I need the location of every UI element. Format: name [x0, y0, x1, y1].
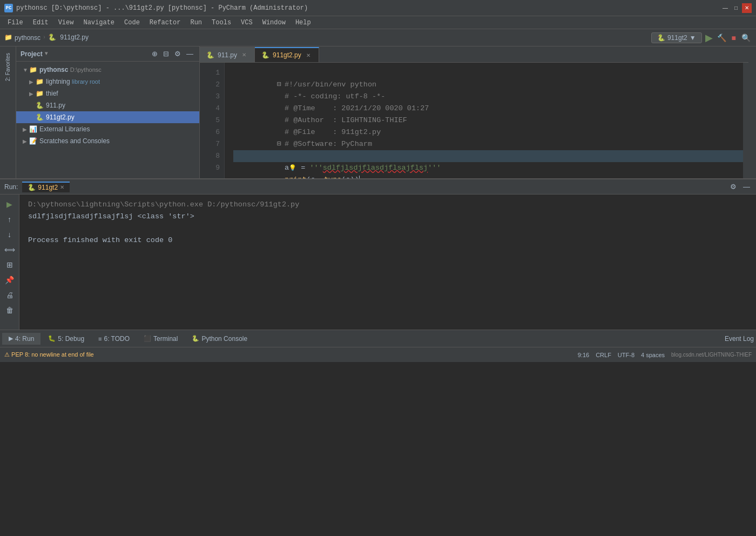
line-num-4: 4	[200, 103, 224, 115]
folder-icon-pythonsc: 📁	[29, 66, 37, 73]
run-config-button[interactable]: 🐍 911gt2 ▼	[651, 32, 702, 43]
folder-icon-small: 📁	[4, 34, 12, 42]
fold-marker-1[interactable]: ⊟	[277, 79, 285, 91]
menu-navigate[interactable]: Navigate	[79, 18, 119, 28]
tree-label-thief: thief	[46, 90, 58, 97]
tab-close-911gt2py[interactable]: ✕	[305, 51, 312, 59]
run-output-line-3	[28, 223, 747, 234]
py-icon-911: 🐍	[36, 102, 44, 109]
folder-icon-lightning: 📁	[36, 78, 44, 85]
tab-911gt2py[interactable]: 🐍 911gt2.py ✕	[255, 47, 319, 62]
menu-tools[interactable]: Tools	[207, 18, 235, 28]
stop-button[interactable]: ■	[731, 32, 737, 43]
code-line-8: a💡 = '''sdlfjlsdjflasdjflsajflsj'''	[233, 150, 743, 162]
line-num-5: 5	[200, 115, 224, 126]
menu-window[interactable]: Window	[258, 18, 290, 28]
settings-button[interactable]: ⚙	[173, 49, 183, 58]
tab-911py[interactable]: 🐍 911.py ✕	[200, 47, 255, 62]
menu-run[interactable]: Run	[186, 18, 206, 28]
run-tab-icon: 🐍	[28, 184, 36, 191]
tool-tab-terminal-label: Terminal	[153, 335, 178, 343]
run-hide-button[interactable]: —	[741, 182, 752, 191]
terminal-tab-icon: ⬛	[144, 335, 151, 342]
tree-911gt2py[interactable]: 🐍 911gt2.py	[16, 111, 199, 123]
menu-view[interactable]: View	[54, 18, 78, 28]
menu-edit[interactable]: Edit	[29, 18, 53, 28]
tab-close-911py[interactable]: ✕	[240, 51, 248, 59]
run-button[interactable]: ▶	[705, 32, 713, 44]
run-output-line-1: D:\pythonsc\lightning\Scripts\python.exe…	[28, 199, 747, 211]
fold-marker-6[interactable]: ⊟	[277, 138, 285, 150]
tree-scratches-arrow: ▶	[23, 138, 29, 144]
run-up-button[interactable]: ↑	[3, 213, 16, 226]
minimize-button[interactable]: —	[720, 3, 730, 13]
run-pin-button[interactable]: 📌	[3, 273, 16, 286]
tree-911py[interactable]: 🐍 911.py	[16, 99, 199, 111]
collapse-button[interactable]: ⊟	[161, 49, 171, 58]
status-indent[interactable]: 4 spaces	[641, 352, 665, 358]
add-button[interactable]: ⊕	[150, 49, 159, 58]
menu-refactor[interactable]: Refactor	[145, 18, 185, 28]
status-position[interactable]: 9:16	[578, 352, 589, 358]
menu-code[interactable]: Code	[120, 18, 144, 28]
file-icon-small: 🐍	[48, 34, 56, 42]
project-dropdown-icon[interactable]: ▼	[45, 51, 48, 57]
menu-file[interactable]: File	[3, 18, 28, 28]
hide-panel-button[interactable]: —	[185, 49, 195, 58]
tab-bar: 🐍 911.py ✕ 🐍 911gt2.py ✕	[200, 46, 748, 63]
tool-tab-terminal[interactable]: ⬛ Terminal	[137, 333, 184, 345]
breadcrumb-file-label[interactable]: 911gt2.py	[60, 34, 89, 41]
tool-tab-todo[interactable]: ≡ 6: TODO	[92, 333, 136, 345]
run-play-button[interactable]: ▶	[3, 198, 16, 211]
run-settings-button[interactable]: ⚙	[728, 182, 738, 191]
line-num-1: 1	[200, 67, 224, 79]
run-down-button[interactable]: ↓	[3, 228, 16, 241]
tree-lightning[interactable]: ▶ 📁 lightning library root	[16, 76, 199, 88]
tree-ext-libs[interactable]: ▶ 📊 External Libraries	[16, 123, 199, 135]
line-numbers: 1 2 3 4 5 6 7 8 9	[200, 63, 225, 178]
run-wrap-button[interactable]: ⟺	[3, 243, 16, 256]
menu-vcs[interactable]: VCS	[237, 18, 257, 28]
dropdown-arrow-icon: ▼	[690, 34, 696, 42]
status-line-ending[interactable]: CRLF	[596, 352, 611, 358]
bottom-tool-tabs: ▶ 4: Run 🐛 5: Debug ≡ 6: TODO ⬛ Terminal…	[0, 330, 756, 347]
tree-root-pythonsc[interactable]: ▼ 📁 pythonsc D:\pythonsc	[16, 64, 199, 76]
window-controls[interactable]: — □ ✕	[720, 3, 752, 13]
run-output: D:\pythonsc\lightning\Scripts\python.exe…	[19, 195, 756, 330]
toolbar-right: 🐍 911gt2 ▼ ▶ 🔨 ■ 🔍	[651, 32, 752, 44]
ext-lib-icon: 📊	[29, 125, 37, 133]
run-print-button[interactable]: 🖨	[3, 289, 16, 302]
tool-tab-python-console[interactable]: 🐍 Python Console	[185, 333, 254, 345]
build-button[interactable]: 🔨	[716, 32, 727, 43]
close-button[interactable]: ✕	[742, 3, 752, 13]
tab-icon-911: 🐍	[206, 51, 214, 59]
code-editor[interactable]: 1 2 3 4 5 6 7 8 9 ⊟#!/usr/bin/env python…	[200, 63, 748, 178]
line-num-2: 2	[200, 79, 224, 91]
tool-tab-run[interactable]: ▶ 4: Run	[2, 333, 40, 345]
tool-tab-run-label: 4: Run	[15, 335, 34, 343]
bottom-panel: Run: 🐍 911gt2 ✕ ⚙ — ▶ ↑ ↓ ⟺ ⊞ 📌 🖨 🗑 D:\p…	[0, 178, 756, 330]
tool-tab-debug[interactable]: 🐛 5: Debug	[42, 333, 91, 345]
code-content[interactable]: ⊟#!/usr/bin/env python # -*- coding: utf…	[225, 63, 743, 178]
status-encoding[interactable]: UTF-8	[618, 352, 634, 358]
run-delete-button[interactable]: 🗑	[3, 304, 16, 317]
maximize-button[interactable]: □	[731, 3, 741, 13]
scrollbar-right[interactable]	[743, 63, 748, 178]
tool-tab-todo-label: 6: TODO	[104, 335, 130, 343]
tree-expand-arrow: ▼	[23, 67, 29, 73]
breadcrumb-project[interactable]: pythonsc	[15, 34, 40, 42]
menu-help[interactable]: Help	[291, 18, 315, 28]
lightbulb-icon[interactable]: 💡	[289, 165, 296, 171]
search-button[interactable]: 🔍	[740, 32, 752, 43]
project-panel-title: Project	[21, 50, 43, 58]
tree-thief[interactable]: ▶ 📁 thief	[16, 88, 199, 99]
tree-scratches[interactable]: ▶ 📝 Scratches and Consoles	[16, 135, 199, 147]
status-warning: ⚠ PEP 8: no newline at end of file	[4, 351, 94, 358]
structure-tab[interactable]: 2: Favorites	[3, 49, 13, 85]
breadcrumb-file: 🐍 911gt2.py	[48, 34, 89, 42]
event-log-button[interactable]: Event Log	[725, 335, 754, 343]
run-tab-911gt2[interactable]: 🐍 911gt2 ✕	[22, 182, 70, 192]
tree-label-lightning: lightning library root	[46, 78, 100, 85]
run-tab-close[interactable]: ✕	[60, 184, 64, 190]
run-split-button[interactable]: ⊞	[3, 258, 16, 271]
